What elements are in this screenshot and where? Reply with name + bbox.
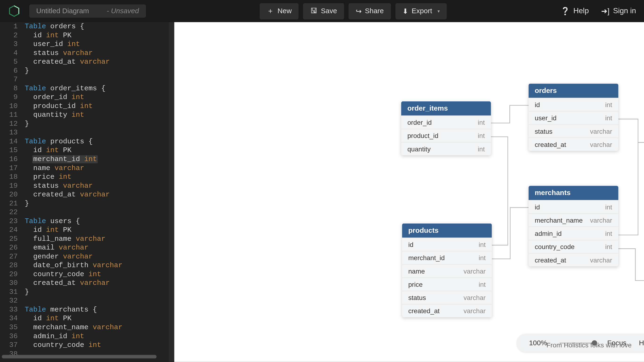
column-type: varchar (590, 216, 612, 224)
column-name: created_at (535, 256, 566, 264)
column-row[interactable]: priceint (402, 277, 492, 290)
column-row[interactable]: statusvarchar (528, 124, 618, 138)
column-row[interactable]: order_idint (401, 116, 491, 129)
line-gutter: 1234567891011121314151617181920212223242… (0, 22, 21, 358)
column-type: int (478, 132, 485, 139)
diagram-canvas[interactable]: order_itemsorder_idintproduct_idintquant… (174, 22, 644, 362)
column-name: user_id (535, 114, 556, 122)
column-row[interactable]: merchant_idint (402, 251, 492, 264)
column-type: varchar (590, 256, 612, 264)
column-type: int (479, 241, 486, 248)
share-icon: ↪ (356, 7, 361, 15)
download-icon: ⬇ (402, 7, 408, 15)
table-products[interactable]: productsidintmerchant_idintnamevarcharpr… (402, 224, 492, 317)
save-icon: 🖫 (310, 7, 317, 15)
column-row[interactable]: country_codeint (528, 240, 618, 253)
table-header[interactable]: merchants (528, 186, 618, 200)
column-row[interactable]: statusvarchar (402, 291, 492, 304)
table-header[interactable]: orders (528, 84, 618, 98)
table-orders[interactable]: ordersidintuser_idintstatusvarcharcreate… (528, 84, 618, 151)
code-editor[interactable]: 1234567891011121314151617181920212223242… (0, 22, 174, 362)
column-name: country_code (535, 243, 575, 250)
help-icon: ❔ (560, 6, 570, 16)
column-type: int (478, 119, 485, 126)
column-type: int (605, 101, 612, 109)
column-type: int (605, 114, 612, 122)
column-type: int (479, 254, 486, 261)
column-type: int (605, 243, 612, 250)
column-name: status (408, 294, 426, 301)
column-type: int (605, 203, 612, 211)
column-type: varchar (464, 294, 486, 301)
column-name: order_id (407, 119, 432, 126)
column-name: admin_id (535, 230, 562, 237)
signin-icon: ➜] (601, 6, 609, 16)
column-name: created_at (408, 307, 440, 315)
column-type: varchar (464, 307, 486, 315)
code-body[interactable]: Table orders { id int PK user_id int sta… (25, 22, 122, 358)
column-name: merchant_name (535, 216, 583, 224)
column-row[interactable]: admin_idint (528, 227, 618, 240)
column-name: id (535, 203, 540, 211)
column-row[interactable]: product_idint (401, 129, 491, 142)
table-merchants[interactable]: merchantsidintmerchant_namevarcharadmin_… (528, 186, 618, 266)
column-name: id (408, 241, 414, 248)
column-row[interactable]: idint (402, 238, 492, 251)
column-type: int (605, 230, 612, 237)
zoom-value: 100% (529, 339, 547, 347)
column-name: quantity (407, 145, 431, 153)
highlight-link[interactable]: Highlight (639, 339, 644, 347)
column-type: varchar (590, 127, 612, 135)
chevron-down-icon: ▾ (438, 9, 440, 14)
table-order_items[interactable]: order_itemsorder_idintproduct_idintquant… (401, 101, 491, 155)
horizontal-scrollbar[interactable] (2, 355, 157, 358)
column-name: created_at (535, 141, 566, 148)
export-button[interactable]: ⬇Export▾ (395, 3, 447, 19)
column-row[interactable]: idint (528, 200, 618, 213)
column-row[interactable]: merchant_namevarchar (528, 213, 618, 226)
column-row[interactable]: created_atvarchar (528, 138, 618, 151)
table-header[interactable]: order_items (401, 101, 491, 116)
column-row[interactable]: created_atvarchar (528, 253, 618, 266)
table-header[interactable]: products (402, 224, 492, 238)
column-name: merchant_id (408, 254, 445, 261)
column-row[interactable]: user_idint (528, 111, 618, 124)
column-type: int (478, 145, 485, 153)
topbar: Untitled Diagram - Unsaved ＋New 🖫Save ↪S… (0, 0, 644, 22)
logo[interactable] (8, 5, 29, 18)
column-type: int (479, 281, 486, 288)
plus-icon: ＋ (267, 6, 274, 16)
share-button[interactable]: ↪Share (348, 3, 391, 19)
column-row[interactable]: quantityint (401, 142, 491, 155)
column-name: name (408, 267, 425, 275)
panel-resize-handle[interactable] (169, 22, 174, 362)
column-name: product_id (407, 132, 438, 139)
column-row[interactable]: idint (528, 98, 618, 111)
main-split: 1234567891011121314151617181920212223242… (0, 22, 644, 362)
footer-credit: From Holistics folks with love (546, 341, 632, 349)
column-type: varchar (590, 141, 612, 148)
toolbar: ＋New 🖫Save ↪Share ⬇Export▾ (260, 3, 447, 19)
column-name: price (408, 281, 423, 288)
new-button[interactable]: ＋New (260, 3, 299, 19)
signin-link[interactable]: ➜]Sign in (601, 6, 636, 16)
column-row[interactable]: namevarchar (402, 264, 492, 277)
hexagon-icon (8, 5, 20, 18)
diagram-name: Untitled Diagram (36, 7, 89, 15)
column-name: id (535, 101, 540, 109)
column-name: status (535, 127, 552, 135)
topbar-right: ❔Help ➜]Sign in (560, 6, 636, 16)
unsaved-label: - Unsaved (106, 7, 139, 15)
column-row[interactable]: created_atvarchar (402, 304, 492, 317)
column-type: varchar (464, 267, 486, 275)
save-button[interactable]: 🖫Save (303, 3, 344, 19)
canvas-inner: order_itemsorder_idintproduct_idintquant… (174, 22, 644, 362)
document-title-chip[interactable]: Untitled Diagram - Unsaved (29, 5, 146, 18)
help-link[interactable]: ❔Help (560, 6, 589, 16)
